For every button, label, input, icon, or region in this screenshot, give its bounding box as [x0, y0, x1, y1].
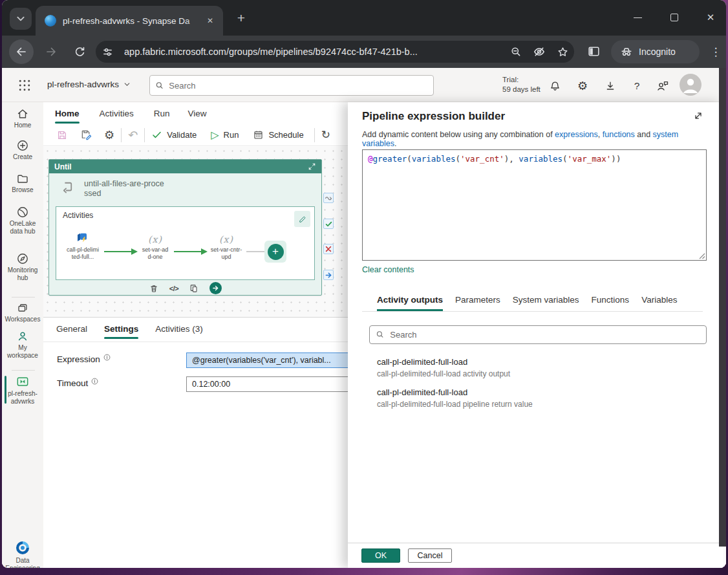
arrow-right-icon [212, 285, 219, 292]
global-search-box[interactable] [149, 75, 434, 96]
sidebar-item-my-workspace[interactable]: My workspace [2, 330, 43, 359]
on-success-handle[interactable] [323, 219, 334, 229]
pipeline-settings-button[interactable]: ⚙ [104, 129, 114, 141]
tab-activity-outputs[interactable]: Activity outputs [377, 291, 443, 311]
info-icon[interactable] [91, 378, 98, 385]
tab-settings[interactable]: Settings [104, 324, 138, 339]
list-item-pipeline-return-value[interactable]: call-pl-delimited-full-load call-pl-deli… [377, 387, 533, 409]
side-panel-button[interactable] [587, 45, 601, 58]
expressions-link[interactable]: expressions [555, 130, 598, 139]
until-activities-box: Activities call-pl-delimited-full... ( [56, 206, 315, 280]
tab-functions[interactable]: Functions [592, 291, 630, 311]
tab-activities-count[interactable]: Activities (3) [155, 324, 203, 339]
browser-toolbar: app.fabric.microsoft.com/groups/me/pipel… [2, 36, 726, 68]
browser-tab[interactable]: pl-refresh-advwrks - Synapse Da ✕ [36, 6, 223, 36]
synapse-icon [2, 540, 43, 556]
builder-search-input[interactable] [390, 330, 700, 340]
resize-handle-icon[interactable] [699, 253, 705, 259]
address-bar[interactable]: app.fabric.microsoft.com/groups/me/pipel… [96, 41, 574, 63]
functions-link[interactable]: functions [603, 130, 635, 139]
activity-node-call-pipeline[interactable]: call-pl-delimited-full... [64, 232, 102, 261]
tab-close-icon[interactable]: ✕ [204, 14, 217, 27]
until-header[interactable]: Until [49, 160, 321, 173]
save-button[interactable] [56, 129, 68, 141]
until-activity-card[interactable]: Until until-all-files-are-processed Acti… [48, 159, 322, 296]
tab-run[interactable]: Run [154, 109, 170, 118]
on-failure-handle[interactable] [323, 244, 334, 254]
run-button[interactable]: ▷ Run [211, 130, 242, 140]
browser-menu-button[interactable]: ⋮ [708, 44, 723, 60]
page-scrollbar-area[interactable] [719, 68, 726, 547]
global-search-input[interactable] [169, 81, 428, 91]
code-view-button[interactable]: </> [169, 285, 178, 292]
sidebar-item-pipeline[interactable]: pl-refresh-advwrks [2, 374, 43, 405]
list-item-activity-output[interactable]: call-pl-delimited-full-load call-pl-deli… [377, 357, 510, 378]
eye-off-icon[interactable] [528, 45, 551, 58]
account-avatar[interactable] [680, 74, 701, 96]
forward-button[interactable] [39, 39, 63, 64]
sidebar-item-monitoring-hub[interactable]: Monitoring hub [2, 252, 43, 281]
app-launcher-button[interactable] [16, 77, 33, 94]
tab-parameters[interactable]: Parameters [455, 291, 500, 311]
window-minimize-button[interactable] [625, 9, 650, 26]
feedback-button[interactable] [656, 80, 669, 92]
new-tab-button[interactable]: + [232, 9, 250, 27]
window-close-button[interactable]: ✕ [698, 9, 723, 26]
notifications-button[interactable] [548, 80, 561, 92]
activity-node-set-var-add-one[interactable]: (x) set-var-add-one [139, 234, 171, 261]
ok-button[interactable]: OK [361, 548, 400, 563]
incognito-badge[interactable]: Incognito [611, 40, 700, 63]
tab-general[interactable]: General [56, 324, 87, 339]
bookmark-star-icon[interactable] [551, 46, 574, 58]
add-activity-button[interactable]: + [264, 241, 286, 263]
until-title: Until [54, 162, 308, 171]
site-settings-icon[interactable] [96, 46, 119, 58]
downloads-button[interactable] [604, 80, 617, 92]
go-to-activities-button[interactable] [209, 282, 222, 294]
help-button[interactable]: ? [630, 80, 643, 92]
download-icon [605, 80, 616, 92]
url-text[interactable]: app.fabric.microsoft.com/groups/me/pipel… [124, 47, 504, 57]
sidebar-item-home[interactable]: Home [2, 107, 43, 129]
window-maximize-button[interactable] [661, 9, 687, 26]
settings-button[interactable]: ⚙ [576, 80, 589, 92]
tab-home[interactable]: Home [55, 109, 80, 118]
on-completion-handle[interactable] [323, 270, 334, 280]
sidebar-item-create[interactable]: Create [2, 139, 43, 161]
reload-button[interactable] [67, 39, 92, 64]
person-icon [2, 330, 43, 343]
on-skip-handle[interactable] [323, 193, 334, 203]
sidebar-item-data-engineering[interactable]: Data Engineering [2, 540, 43, 568]
sidebar-item-browse[interactable]: Browse [2, 172, 43, 194]
validate-button[interactable]: Validate [151, 129, 200, 140]
pipeline-name-menu[interactable]: pl-refresh-advwrks [47, 80, 131, 89]
expand-panel-button[interactable] [692, 110, 704, 122]
sidebar-item-onelake-data-hub[interactable]: OneLake data hub [2, 206, 43, 235]
undo-button[interactable]: ↶ [128, 129, 138, 141]
zoom-out-icon[interactable] [504, 46, 528, 58]
clear-contents-link[interactable]: Clear contents [362, 265, 414, 274]
tab-search-button[interactable] [10, 8, 32, 30]
schedule-button[interactable]: Schedule [253, 129, 307, 140]
delete-icon[interactable] [149, 283, 159, 294]
collapse-icon[interactable] [308, 162, 316, 171]
tab-activities[interactable]: Activities [100, 109, 134, 118]
builder-search-box[interactable] [369, 325, 707, 344]
sidebar-item-workspaces[interactable]: Workspaces [2, 301, 43, 323]
expand-diagonal-icon [692, 110, 704, 122]
expression-field[interactable]: @greater(variables('var_cnt'), variabl..… [186, 353, 349, 368]
save-as-button[interactable] [80, 129, 92, 141]
expression-editor[interactable]: @greater(variables('var_cnt'), variables… [362, 149, 707, 261]
tab-view[interactable]: View [188, 109, 207, 118]
copy-icon[interactable] [189, 283, 199, 294]
back-button[interactable] [9, 39, 34, 64]
timeout-field[interactable]: 0.12:00:00 [186, 376, 349, 392]
expression-builder-panel: Pipeline expression builder Add dynamic … [348, 102, 723, 568]
tab-system-variables[interactable]: System variables [513, 291, 579, 311]
redo-button[interactable]: ↻ [321, 129, 330, 140]
cancel-button[interactable]: Cancel [408, 548, 452, 563]
tab-variables[interactable]: Variables [641, 291, 677, 311]
info-icon[interactable] [103, 354, 111, 361]
edit-activities-button[interactable] [294, 211, 310, 227]
activity-node-set-var-cntr-upd[interactable]: (x) set-var-cntr-upd [209, 234, 244, 261]
